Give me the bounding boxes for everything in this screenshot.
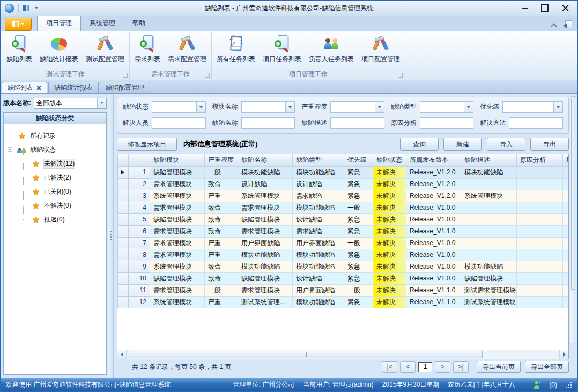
table-row[interactable]: 11 需求管理模块 一般 需求管理模块 用户界面缺陷 一般 未解决 Releas… (118, 284, 569, 296)
filter-dropdown[interactable] (420, 101, 474, 113)
prev-page-button[interactable]: < (400, 361, 416, 373)
cell-defect-description[interactable]: 模块功能缺陷 (461, 261, 517, 272)
cell-defect-module[interactable]: 需求管理模块 (150, 249, 205, 261)
cell-defect-status[interactable]: 未解决 (373, 249, 406, 261)
cell-cause-analysis[interactable] (517, 225, 563, 237)
cell-defect-type[interactable]: 模块功能缺陷 (293, 296, 344, 308)
cell-defect-description[interactable] (461, 237, 517, 249)
first-page-button[interactable]: |< (382, 361, 397, 373)
table-row[interactable]: 1 缺陷管理模块 一般 模块功能缺陷 模块功能缺陷 紧急 未解决 Release… (118, 166, 569, 178)
dropdown-button[interactable] (375, 102, 384, 112)
cell-release-version[interactable]: Release_V1.1.0 (406, 284, 461, 296)
cell-defect-name[interactable]: 缺陷管理模块 (238, 213, 293, 225)
cell-defect-status[interactable]: 未解决 (373, 178, 406, 190)
cell-defect-module[interactable]: 需求管理模块 (150, 225, 205, 237)
cell-defect-name[interactable]: 需求管理模块 (238, 225, 293, 237)
cell-defect-name[interactable]: 用户界面缺陷 (238, 237, 293, 249)
cell-defect-type[interactable]: 设计缺陷 (293, 272, 344, 284)
online-users-icon[interactable] (533, 381, 540, 389)
cell-solution[interactable] (563, 166, 569, 178)
cell-priority[interactable]: 紧急 (344, 249, 373, 261)
cell-defect-type[interactable]: 模块功能缺陷 (293, 249, 344, 261)
export-button[interactable]: 导出 (530, 138, 569, 151)
cell-severity[interactable]: 致命 (205, 213, 238, 225)
ribbon-button[interactable]: 需求列表 (131, 33, 164, 65)
tree-item[interactable]: 推迟(0) (5, 212, 105, 226)
cell-cause-analysis[interactable] (517, 272, 563, 284)
cell-cause-analysis[interactable] (517, 190, 563, 202)
cell-priority[interactable]: 一般 (344, 284, 373, 296)
dropdown-button[interactable] (285, 102, 294, 112)
ribbon-tab-project[interactable]: 项目管理 (37, 16, 81, 31)
export-current-page-button[interactable]: 导出当前页 (477, 361, 521, 373)
cell-severity[interactable]: 致命 (205, 202, 238, 213)
tree-item[interactable]: 已关闭(0) (5, 184, 105, 198)
cell-priority[interactable]: 紧急 (344, 166, 373, 178)
table-row[interactable]: 3 系统管理模块 严重 系统管理模块 需求缺陷 紧急 未解决 Release_V… (118, 190, 569, 202)
close-button[interactable] (557, 2, 573, 14)
cell-defect-module[interactable]: 系统管理模块 (150, 190, 205, 202)
ribbon-button[interactable]: 测试配置管理 (82, 33, 128, 65)
column-header[interactable]: 缺陷名称 (238, 154, 293, 166)
table-row[interactable]: 2 需求管理模块 致命 设计缺陷 设计缺陷 紧急 未解决 Release_V1.… (118, 178, 569, 190)
table-row[interactable]: 4 需求管理模块 致命 需求管理模块 模块功能缺陷 一般 未解决 Release… (118, 202, 569, 213)
vertical-scrollbar[interactable] (570, 96, 576, 343)
import-button[interactable]: 导入 (487, 138, 525, 151)
cell-solution[interactable] (563, 202, 569, 213)
cell-defect-name[interactable]: 缺陷管理模块 (238, 272, 293, 284)
ribbon-button[interactable]: 负责人任务列表 (305, 33, 358, 65)
cell-severity[interactable]: 致命 (205, 272, 238, 284)
doc-tab-defect-config[interactable]: 缺陷配置管理 (100, 82, 150, 93)
cell-defect-name[interactable]: 设计缺陷 (238, 178, 293, 190)
cell-solution[interactable] (563, 178, 569, 190)
horizontal-scrollbar-thumb[interactable] (128, 351, 483, 358)
cell-defect-type[interactable]: 模块功能缺陷 (293, 261, 344, 272)
cell-cause-analysis[interactable] (517, 166, 563, 178)
cell-priority[interactable]: 紧急 (344, 272, 373, 284)
cell-cause-analysis[interactable] (517, 249, 563, 261)
cell-defect-description[interactable] (461, 249, 517, 261)
cell-cause-analysis[interactable] (517, 213, 563, 225)
cell-defect-status[interactable]: 未解决 (373, 296, 406, 308)
cell-cause-analysis[interactable] (517, 237, 563, 249)
ribbon-tab-system[interactable]: 系统管理 (81, 16, 124, 31)
cell-defect-description[interactable]: 测试需求管理模块 (461, 284, 517, 296)
cell-defect-name[interactable]: 模块功能缺陷 (238, 166, 293, 178)
cell-defect-module[interactable]: 需求管理模块 (150, 284, 205, 296)
page-number-input[interactable] (418, 362, 432, 372)
cell-defect-module[interactable]: 需求管理模块 (150, 202, 205, 213)
cell-defect-description[interactable] (461, 225, 517, 237)
cell-defect-description[interactable]: 模块功能缺陷 (461, 166, 517, 178)
cell-solution[interactable] (563, 237, 569, 249)
cell-defect-name[interactable]: 模块功能缺陷 (238, 261, 293, 272)
resize-grip-icon[interactable] (566, 382, 572, 388)
cell-severity[interactable]: 严重 (205, 237, 238, 249)
app-menu-button[interactable] (5, 18, 32, 31)
ribbon-button[interactable]: 项目配置管理 (358, 33, 404, 65)
column-header[interactable]: 原因分析 (517, 154, 563, 166)
cell-defect-name[interactable]: 系统管理模块 (238, 190, 293, 202)
cell-severity[interactable]: 致命 (205, 225, 238, 237)
cell-defect-status[interactable]: 未解决 (373, 166, 406, 178)
cell-defect-status[interactable]: 未解决 (373, 272, 406, 284)
filter-text-input[interactable] (420, 117, 474, 129)
cell-defect-module[interactable]: 需求管理模块 (150, 237, 205, 249)
new-button[interactable]: 新建 (443, 138, 482, 151)
cell-solution[interactable] (563, 213, 569, 225)
doc-tab-defect-list[interactable]: 缺陷列表 (2, 82, 47, 93)
cell-cause-analysis[interactable] (517, 296, 563, 308)
cell-cause-analysis[interactable] (517, 202, 563, 213)
dropdown-button[interactable] (196, 102, 205, 112)
column-header[interactable]: 解决方法 (563, 154, 569, 166)
cell-defect-status[interactable]: 未解决 (373, 213, 406, 225)
ribbon-button[interactable]: 项目任务列表 (259, 33, 305, 65)
sidebar-splitter[interactable] (108, 94, 114, 378)
horizontal-scrollbar-track[interactable] (127, 350, 559, 359)
filter-dropdown[interactable] (502, 101, 563, 113)
cell-defect-module[interactable]: 系统管理模块 (150, 261, 205, 272)
next-page-button[interactable]: > (435, 361, 450, 373)
doc-tab-defect-report[interactable]: 缺陷统计报表 (48, 82, 99, 93)
ribbon-button[interactable]: 缺陷统计报表 (36, 33, 82, 65)
cell-defect-status[interactable]: 未解决 (373, 202, 406, 213)
tree-item[interactable]: 未解决(12) (5, 157, 105, 171)
